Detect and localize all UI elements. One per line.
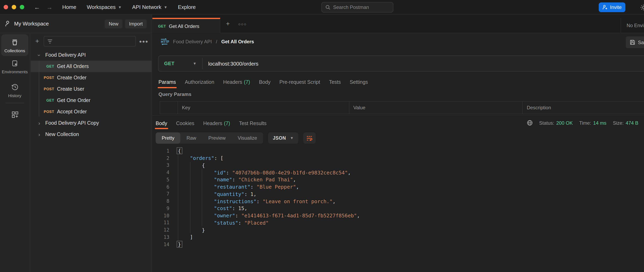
breadcrumb-request-name[interactable]: Get All Orders	[221, 39, 254, 45]
minimize-window-button[interactable]	[12, 5, 16, 9]
url-input[interactable]: localhost:3000/orders	[202, 61, 258, 67]
import-button[interactable]: Import	[125, 19, 147, 28]
chevron-right-icon[interactable]: ›	[36, 131, 42, 137]
tree-request-get-one-order[interactable]: GETGet One Order	[31, 95, 152, 106]
response-tab-cookies[interactable]: Cookies	[176, 118, 194, 129]
code-token-p: {	[202, 162, 205, 168]
indent-guide	[178, 155, 190, 162]
view-mode-pretty[interactable]: Pretty	[156, 132, 180, 144]
meta-time[interactable]: Time:14 ms	[579, 120, 606, 126]
sidebar-item-history[interactable]: History	[0, 83, 30, 98]
code-content: "name": "Chicken Pad Thai",	[178, 176, 296, 183]
indent-guide	[190, 226, 202, 234]
code-token-key: "owner"	[214, 212, 235, 218]
nav-item-home[interactable]: Home	[62, 4, 76, 10]
code-line: 3{	[152, 162, 644, 169]
response-tab-body[interactable]: Body	[156, 118, 167, 129]
column-header-key[interactable]: Key	[178, 102, 349, 114]
view-mode-visualize[interactable]: Visualize	[232, 132, 263, 144]
meta-label: Size:	[613, 120, 624, 126]
network-globe-icon[interactable]	[526, 120, 532, 126]
meta-size[interactable]: Size:474 B	[613, 120, 638, 126]
global-search[interactable]: Search Postman	[322, 2, 393, 13]
postman-window: ← → HomeWorkspaces▼API Network▼Explore S…	[0, 0, 644, 272]
sidebar-item-collections[interactable]: Collections	[1, 34, 28, 56]
tree-more-actions-button[interactable]: ●●●	[139, 39, 148, 44]
settings-gear-icon[interactable]	[640, 4, 644, 11]
code-token-p: :	[244, 191, 250, 197]
nav-item-explore[interactable]: Explore	[178, 4, 196, 10]
indent-guide	[190, 162, 202, 169]
filter-icon	[47, 39, 52, 44]
chevron-down-icon[interactable]: ›	[36, 52, 42, 58]
add-collection-button[interactable]: +	[34, 38, 40, 45]
open-request-tab[interactable]: GET Get All Orders	[152, 18, 220, 33]
maximize-window-button[interactable]	[20, 5, 24, 9]
tree-collection-new-collection[interactable]: ›New Collection	[31, 129, 152, 140]
request-tab-headers[interactable]: Headers(7)	[223, 77, 250, 88]
breadcrumb-collection[interactable]: Food Delivery API	[173, 39, 212, 45]
tree-collection-food-delivery-api[interactable]: ›Food Delivery API	[31, 49, 152, 61]
tree-request-create-order[interactable]: POSTCreate Order	[31, 72, 152, 83]
workspace-name[interactable]: My Workspace	[14, 21, 102, 27]
search-placeholder: Search Postman	[333, 5, 369, 10]
line-number: 14	[152, 241, 170, 247]
column-header-description[interactable]: Description	[523, 102, 644, 114]
environment-selector[interactable]: No Environment	[620, 18, 644, 33]
code-token-key: "name"	[214, 177, 232, 183]
view-mode-preview[interactable]: Preview	[202, 132, 232, 144]
tab-label: Params	[158, 79, 176, 85]
request-tab-authorization[interactable]: Authorization	[185, 77, 214, 88]
tree-collection-food-delivery-api-copy[interactable]: ›Food Delivery API Copy	[31, 117, 152, 129]
code-token-brace: }	[177, 241, 182, 248]
new-tab-button[interactable]: +	[226, 20, 230, 28]
back-arrow-icon[interactable]: ←	[34, 4, 40, 11]
tree-request-get-all-orders[interactable]: GETGet All Orders	[31, 61, 152, 72]
method-dropdown[interactable]: GET ▼	[158, 61, 202, 66]
indent-guide	[178, 190, 190, 198]
response-tab-test-results[interactable]: Test Results	[239, 118, 266, 129]
line-number: 7	[152, 191, 170, 197]
select-all-column[interactable]	[160, 102, 178, 114]
meta-status[interactable]: Status:200 OK	[539, 120, 573, 126]
code-token-key: "quantity"	[214, 191, 244, 197]
code-token-num: 15	[238, 205, 244, 211]
save-button[interactable]: Save	[626, 37, 644, 48]
nav-item-workspaces[interactable]: Workspaces▼	[87, 4, 122, 10]
sidebar-item-label: History	[8, 93, 21, 98]
indent-guide	[202, 176, 214, 183]
request-tab-tests[interactable]: Tests	[329, 77, 341, 88]
new-button[interactable]: New	[105, 19, 122, 28]
request-tab-body[interactable]: Body	[259, 77, 270, 88]
chevron-right-icon[interactable]: ›	[36, 120, 42, 126]
close-window-button[interactable]	[4, 5, 8, 9]
code-token-key: "id"	[214, 169, 226, 175]
tab-options-button[interactable]: ○○○	[238, 22, 246, 26]
nav-item-label: Explore	[178, 4, 196, 10]
indent-guide	[190, 176, 202, 183]
method-badge: POST	[31, 76, 54, 80]
response-tab-headers[interactable]: Headers(7)	[203, 118, 230, 129]
request-tab-params[interactable]: Params	[158, 77, 176, 88]
request-name: Get One Order	[57, 98, 90, 103]
tree-request-create-user[interactable]: POSTCreate User	[31, 83, 152, 95]
method-badge: GET	[31, 98, 54, 102]
response-body-editor[interactable]: 1{2"orders": [3{4"id": "407d7b6b-08d0-4e…	[152, 147, 644, 272]
indent-guide	[202, 198, 214, 205]
request-tab-settings[interactable]: Settings	[350, 77, 368, 88]
tree-request-accept-order[interactable]: POSTAccept Order	[31, 106, 152, 117]
column-header-value[interactable]: Value	[349, 102, 523, 114]
code-content: "instructions": "Leave on front porch.",	[178, 198, 336, 205]
collections-filter-input[interactable]	[44, 36, 136, 47]
nav-item-api-network[interactable]: API Network▼	[132, 4, 167, 10]
invite-button[interactable]: Invite	[599, 3, 625, 12]
code-token-p: ,	[244, 205, 248, 211]
wrap-text-button[interactable]	[304, 132, 316, 144]
view-mode-raw[interactable]: Raw	[180, 132, 202, 144]
forward-arrow-icon[interactable]: →	[46, 4, 52, 11]
format-dropdown[interactable]: JSON ▼	[268, 132, 298, 144]
code-content: ]	[178, 233, 193, 241]
configure-sidebar-button[interactable]	[0, 111, 30, 118]
request-tab-pre-request-script[interactable]: Pre-request Script	[279, 77, 320, 88]
sidebar-item-environments[interactable]: Environments	[0, 60, 30, 74]
